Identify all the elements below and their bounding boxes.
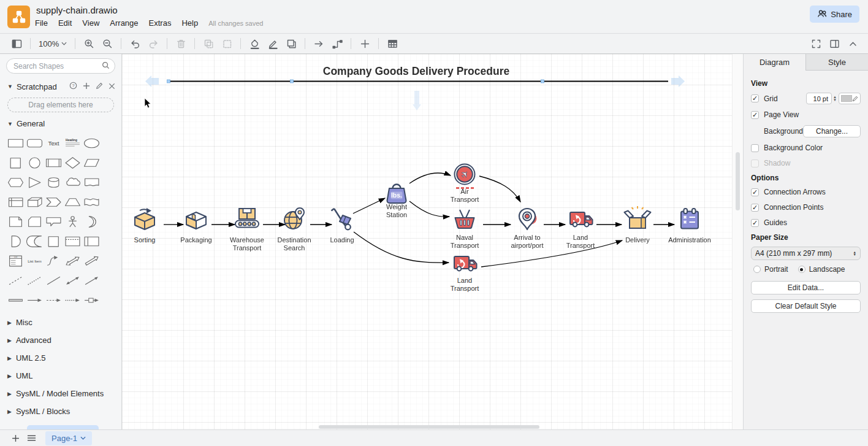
insert-icon[interactable] (356, 36, 374, 52)
shape-dashed-line-icon[interactable] (6, 271, 25, 290)
shape-rounded-rectangle-icon[interactable] (25, 133, 44, 153)
shape-callout-icon[interactable] (44, 212, 63, 231)
shadow-checkbox[interactable]: ✓ (751, 160, 759, 167)
node-arrival[interactable] (519, 209, 537, 229)
shape-and-icon[interactable] (6, 231, 25, 251)
menu-help[interactable]: Help (181, 18, 198, 28)
shape-process-icon[interactable] (44, 153, 63, 172)
shape-internal-storage-icon[interactable] (6, 192, 25, 212)
tab-diagram[interactable]: Diagram (744, 54, 805, 71)
background-color-checkbox[interactable]: ✓ (751, 144, 759, 152)
edit-icon[interactable] (96, 82, 103, 91)
shape-ellipse-icon[interactable] (82, 133, 101, 153)
shape-container-icon[interactable] (63, 231, 82, 251)
diagram-canvas[interactable]: Company Goods Delivery Procedure Sorting… (122, 54, 732, 429)
horizontal-scrollbar[interactable] (319, 425, 539, 429)
redo-icon[interactable] (144, 36, 162, 52)
flow-edge[interactable] (409, 173, 451, 183)
shape-square-2-icon[interactable] (44, 231, 63, 251)
zoom-level-dropdown[interactable]: 100% (35, 39, 70, 48)
shape-trapezoid-icon[interactable] (63, 192, 82, 212)
shape-dotted-line-icon[interactable] (25, 271, 44, 290)
shape-cube-icon[interactable] (25, 192, 44, 212)
node-land-transport-2[interactable] (570, 212, 593, 226)
help-icon[interactable]: ? (69, 82, 77, 91)
shape-bidirectional-arrow-icon[interactable] (63, 251, 82, 271)
page-view-checkbox[interactable]: ✓ (751, 111, 759, 119)
shape-circle-icon[interactable] (25, 153, 44, 172)
pages-list-icon[interactable] (23, 431, 39, 445)
node-packaging[interactable] (186, 212, 206, 229)
more-shapes-button[interactable]: More Shapes (27, 425, 99, 429)
node-administration[interactable] (681, 209, 698, 229)
diagram-title[interactable]: Company Goods Delivery Procedure (323, 65, 510, 77)
line-color-icon[interactable] (264, 36, 282, 52)
vertical-scrollbar-thumb[interactable] (736, 152, 740, 210)
shape-tape-icon[interactable] (82, 192, 101, 212)
sidebar-toggle-icon[interactable] (7, 36, 26, 52)
shape-list-icon[interactable]: List (6, 251, 25, 271)
scratchpad-dropzone[interactable]: Drag elements here (7, 98, 114, 112)
shape-cloud-icon[interactable] (63, 172, 82, 192)
menu-edit[interactable]: Edit (58, 18, 72, 28)
shape-document-icon[interactable] (82, 172, 101, 192)
paper-size-select[interactable]: A4 (210 mm x 297 mm) ▲▼ (751, 247, 861, 260)
paste-icon[interactable] (218, 36, 236, 52)
search-shapes-input[interactable] (6, 58, 115, 74)
fullscreen-icon[interactable] (807, 36, 825, 52)
table-icon[interactable] (383, 36, 402, 52)
menu-view[interactable]: View (82, 18, 99, 28)
shape-dashed-arrow-icon[interactable] (44, 290, 63, 310)
vertical-scrollbar-track[interactable] (732, 54, 743, 429)
shape-actor-icon[interactable] (63, 212, 82, 231)
node-sorting[interactable] (135, 208, 154, 229)
shape-square-icon[interactable] (6, 153, 25, 172)
copy-icon[interactable] (199, 36, 218, 52)
clear-default-style-button[interactable]: Clear Default Style (751, 299, 861, 313)
menu-arrange[interactable]: Arrange (110, 18, 138, 28)
shape-data-storage-icon[interactable] (25, 231, 44, 251)
shape-bidirectional-connector-icon[interactable] (63, 271, 82, 290)
menu-file[interactable]: File (35, 18, 48, 28)
sidebar-section-sysml-model-elements[interactable]: ▶SysML / Model Elements (0, 385, 121, 402)
flow-edge[interactable] (481, 240, 622, 267)
node-weight-station[interactable]: lbs. (387, 185, 406, 204)
shape-step-icon[interactable] (44, 192, 63, 212)
connection-arrows-checkbox[interactable]: ✓ (751, 188, 759, 196)
shape-text-icon[interactable]: Text (44, 133, 63, 153)
grid-color-button[interactable] (839, 93, 861, 104)
sidebar-section-uml[interactable]: ▶UML (0, 367, 121, 385)
format-panel-icon[interactable] (825, 36, 843, 52)
shape-dotted-arrow-icon[interactable] (63, 290, 82, 310)
undo-icon[interactable] (126, 36, 144, 52)
grid-size-stepper[interactable]: ▲▼ (833, 96, 837, 102)
grid-size-input[interactable]: 10 pt (806, 93, 832, 104)
menu-extras[interactable]: Extras (149, 18, 172, 28)
node-delivery[interactable] (625, 206, 651, 228)
node-land-transport-1[interactable] (454, 256, 477, 271)
node-loading[interactable] (332, 209, 351, 229)
general-section-header[interactable]: ▼ General (0, 113, 121, 131)
sidebar-section-sysml-blocks[interactable]: ▶SysML / Blocks (0, 402, 121, 420)
shape-directional-connector-icon[interactable] (82, 271, 101, 290)
flow-edge[interactable] (479, 176, 520, 202)
shape-triangle-icon[interactable] (25, 172, 44, 192)
shape-arrow-connector-icon[interactable] (25, 290, 44, 310)
flow-edge[interactable] (354, 232, 449, 263)
add-page-button[interactable] (7, 431, 23, 445)
share-button[interactable]: Share (810, 6, 859, 23)
change-background-button[interactable]: Change... (803, 125, 861, 137)
waypoints-icon[interactable] (328, 36, 346, 52)
edit-data-button[interactable]: Edit Data... (751, 281, 861, 294)
node-warehouse-transport[interactable] (235, 209, 259, 228)
zoom-in-icon[interactable] (80, 36, 98, 52)
scratchpad-header[interactable]: ▼ Scratchpad ? (0, 76, 121, 94)
add-icon[interactable] (83, 82, 90, 91)
shape-hexagon-icon[interactable] (6, 172, 25, 192)
shape-card-icon[interactable] (25, 212, 44, 231)
collapse-icon[interactable] (843, 36, 862, 52)
shape-heading-icon[interactable]: Heading (63, 133, 82, 153)
node-naval-transport[interactable] (455, 210, 474, 228)
sidebar-section-advanced[interactable]: ▶Advanced (0, 331, 121, 349)
shape-labeled-arrow-icon[interactable] (82, 290, 101, 310)
